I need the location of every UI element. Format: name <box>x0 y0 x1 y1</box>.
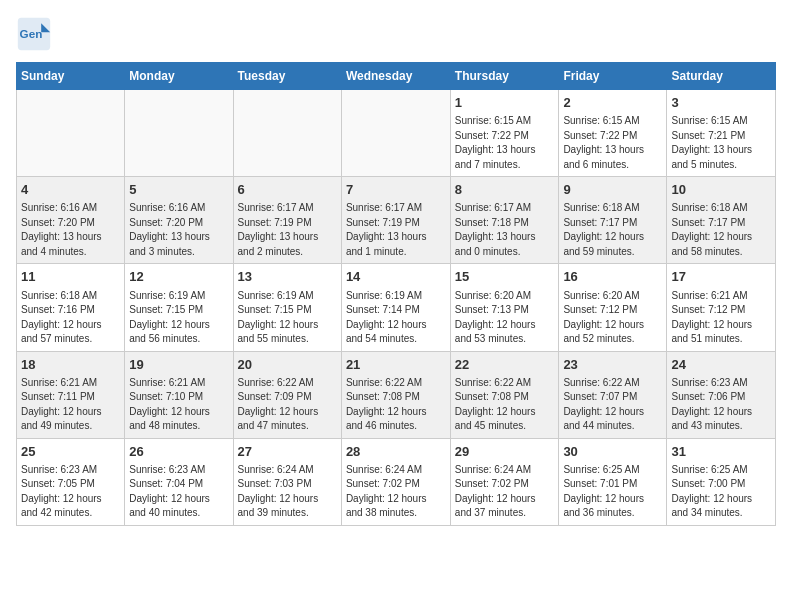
day-number: 22 <box>455 356 555 374</box>
day-cell: 19Sunrise: 6:21 AM Sunset: 7:10 PM Dayli… <box>125 351 233 438</box>
day-cell <box>17 90 125 177</box>
day-cell: 30Sunrise: 6:25 AM Sunset: 7:01 PM Dayli… <box>559 438 667 525</box>
day-number: 18 <box>21 356 120 374</box>
day-cell: 15Sunrise: 6:20 AM Sunset: 7:13 PM Dayli… <box>450 264 559 351</box>
logo: Gen <box>16 16 58 52</box>
day-info: Sunrise: 6:20 AM Sunset: 7:13 PM Dayligh… <box>455 289 555 347</box>
col-header-monday: Monday <box>125 63 233 90</box>
day-number: 26 <box>129 443 228 461</box>
day-cell: 13Sunrise: 6:19 AM Sunset: 7:15 PM Dayli… <box>233 264 341 351</box>
day-info: Sunrise: 6:24 AM Sunset: 7:02 PM Dayligh… <box>455 463 555 521</box>
day-info: Sunrise: 6:20 AM Sunset: 7:12 PM Dayligh… <box>563 289 662 347</box>
day-cell: 14Sunrise: 6:19 AM Sunset: 7:14 PM Dayli… <box>341 264 450 351</box>
day-cell: 31Sunrise: 6:25 AM Sunset: 7:00 PM Dayli… <box>667 438 776 525</box>
day-cell: 11Sunrise: 6:18 AM Sunset: 7:16 PM Dayli… <box>17 264 125 351</box>
day-info: Sunrise: 6:19 AM Sunset: 7:15 PM Dayligh… <box>129 289 228 347</box>
day-info: Sunrise: 6:18 AM Sunset: 7:17 PM Dayligh… <box>563 201 662 259</box>
col-header-friday: Friday <box>559 63 667 90</box>
day-cell: 4Sunrise: 6:16 AM Sunset: 7:20 PM Daylig… <box>17 177 125 264</box>
day-cell: 2Sunrise: 6:15 AM Sunset: 7:22 PM Daylig… <box>559 90 667 177</box>
day-cell: 10Sunrise: 6:18 AM Sunset: 7:17 PM Dayli… <box>667 177 776 264</box>
day-cell: 28Sunrise: 6:24 AM Sunset: 7:02 PM Dayli… <box>341 438 450 525</box>
day-number: 8 <box>455 181 555 199</box>
day-info: Sunrise: 6:19 AM Sunset: 7:14 PM Dayligh… <box>346 289 446 347</box>
day-info: Sunrise: 6:18 AM Sunset: 7:17 PM Dayligh… <box>671 201 771 259</box>
day-info: Sunrise: 6:23 AM Sunset: 7:05 PM Dayligh… <box>21 463 120 521</box>
day-info: Sunrise: 6:21 AM Sunset: 7:12 PM Dayligh… <box>671 289 771 347</box>
day-number: 7 <box>346 181 446 199</box>
day-cell: 18Sunrise: 6:21 AM Sunset: 7:11 PM Dayli… <box>17 351 125 438</box>
day-cell: 1Sunrise: 6:15 AM Sunset: 7:22 PM Daylig… <box>450 90 559 177</box>
header-row: SundayMondayTuesdayWednesdayThursdayFrid… <box>17 63 776 90</box>
day-cell: 9Sunrise: 6:18 AM Sunset: 7:17 PM Daylig… <box>559 177 667 264</box>
day-number: 23 <box>563 356 662 374</box>
day-cell <box>233 90 341 177</box>
day-cell: 24Sunrise: 6:23 AM Sunset: 7:06 PM Dayli… <box>667 351 776 438</box>
day-cell: 6Sunrise: 6:17 AM Sunset: 7:19 PM Daylig… <box>233 177 341 264</box>
calendar-table: SundayMondayTuesdayWednesdayThursdayFrid… <box>16 62 776 526</box>
day-info: Sunrise: 6:19 AM Sunset: 7:15 PM Dayligh… <box>238 289 337 347</box>
day-info: Sunrise: 6:22 AM Sunset: 7:08 PM Dayligh… <box>346 376 446 434</box>
day-number: 1 <box>455 94 555 112</box>
col-header-saturday: Saturday <box>667 63 776 90</box>
page-header: Gen <box>16 16 776 52</box>
day-cell: 23Sunrise: 6:22 AM Sunset: 7:07 PM Dayli… <box>559 351 667 438</box>
logo-icon: Gen <box>16 16 52 52</box>
day-info: Sunrise: 6:24 AM Sunset: 7:03 PM Dayligh… <box>238 463 337 521</box>
day-number: 9 <box>563 181 662 199</box>
day-number: 5 <box>129 181 228 199</box>
day-cell: 5Sunrise: 6:16 AM Sunset: 7:20 PM Daylig… <box>125 177 233 264</box>
col-header-tuesday: Tuesday <box>233 63 341 90</box>
day-number: 27 <box>238 443 337 461</box>
day-cell: 27Sunrise: 6:24 AM Sunset: 7:03 PM Dayli… <box>233 438 341 525</box>
day-info: Sunrise: 6:21 AM Sunset: 7:11 PM Dayligh… <box>21 376 120 434</box>
day-info: Sunrise: 6:15 AM Sunset: 7:21 PM Dayligh… <box>671 114 771 172</box>
day-number: 21 <box>346 356 446 374</box>
day-number: 16 <box>563 268 662 286</box>
day-cell: 25Sunrise: 6:23 AM Sunset: 7:05 PM Dayli… <box>17 438 125 525</box>
day-info: Sunrise: 6:21 AM Sunset: 7:10 PM Dayligh… <box>129 376 228 434</box>
col-header-wednesday: Wednesday <box>341 63 450 90</box>
col-header-thursday: Thursday <box>450 63 559 90</box>
day-info: Sunrise: 6:15 AM Sunset: 7:22 PM Dayligh… <box>563 114 662 172</box>
day-cell: 29Sunrise: 6:24 AM Sunset: 7:02 PM Dayli… <box>450 438 559 525</box>
week-row-2: 4Sunrise: 6:16 AM Sunset: 7:20 PM Daylig… <box>17 177 776 264</box>
day-info: Sunrise: 6:24 AM Sunset: 7:02 PM Dayligh… <box>346 463 446 521</box>
day-number: 10 <box>671 181 771 199</box>
day-number: 3 <box>671 94 771 112</box>
day-number: 30 <box>563 443 662 461</box>
day-number: 12 <box>129 268 228 286</box>
day-cell <box>125 90 233 177</box>
day-number: 19 <box>129 356 228 374</box>
day-info: Sunrise: 6:25 AM Sunset: 7:01 PM Dayligh… <box>563 463 662 521</box>
day-cell: 3Sunrise: 6:15 AM Sunset: 7:21 PM Daylig… <box>667 90 776 177</box>
day-number: 17 <box>671 268 771 286</box>
day-info: Sunrise: 6:23 AM Sunset: 7:06 PM Dayligh… <box>671 376 771 434</box>
day-number: 31 <box>671 443 771 461</box>
day-info: Sunrise: 6:17 AM Sunset: 7:18 PM Dayligh… <box>455 201 555 259</box>
day-number: 6 <box>238 181 337 199</box>
day-number: 13 <box>238 268 337 286</box>
day-number: 24 <box>671 356 771 374</box>
week-row-4: 18Sunrise: 6:21 AM Sunset: 7:11 PM Dayli… <box>17 351 776 438</box>
day-info: Sunrise: 6:16 AM Sunset: 7:20 PM Dayligh… <box>21 201 120 259</box>
day-cell: 21Sunrise: 6:22 AM Sunset: 7:08 PM Dayli… <box>341 351 450 438</box>
day-info: Sunrise: 6:23 AM Sunset: 7:04 PM Dayligh… <box>129 463 228 521</box>
day-info: Sunrise: 6:17 AM Sunset: 7:19 PM Dayligh… <box>346 201 446 259</box>
day-cell <box>341 90 450 177</box>
day-number: 14 <box>346 268 446 286</box>
day-info: Sunrise: 6:25 AM Sunset: 7:00 PM Dayligh… <box>671 463 771 521</box>
day-cell: 12Sunrise: 6:19 AM Sunset: 7:15 PM Dayli… <box>125 264 233 351</box>
day-info: Sunrise: 6:17 AM Sunset: 7:19 PM Dayligh… <box>238 201 337 259</box>
day-cell: 22Sunrise: 6:22 AM Sunset: 7:08 PM Dayli… <box>450 351 559 438</box>
day-number: 25 <box>21 443 120 461</box>
day-number: 4 <box>21 181 120 199</box>
day-info: Sunrise: 6:22 AM Sunset: 7:07 PM Dayligh… <box>563 376 662 434</box>
week-row-3: 11Sunrise: 6:18 AM Sunset: 7:16 PM Dayli… <box>17 264 776 351</box>
day-cell: 26Sunrise: 6:23 AM Sunset: 7:04 PM Dayli… <box>125 438 233 525</box>
svg-text:Gen: Gen <box>20 27 43 40</box>
day-number: 29 <box>455 443 555 461</box>
week-row-1: 1Sunrise: 6:15 AM Sunset: 7:22 PM Daylig… <box>17 90 776 177</box>
day-info: Sunrise: 6:18 AM Sunset: 7:16 PM Dayligh… <box>21 289 120 347</box>
day-info: Sunrise: 6:16 AM Sunset: 7:20 PM Dayligh… <box>129 201 228 259</box>
